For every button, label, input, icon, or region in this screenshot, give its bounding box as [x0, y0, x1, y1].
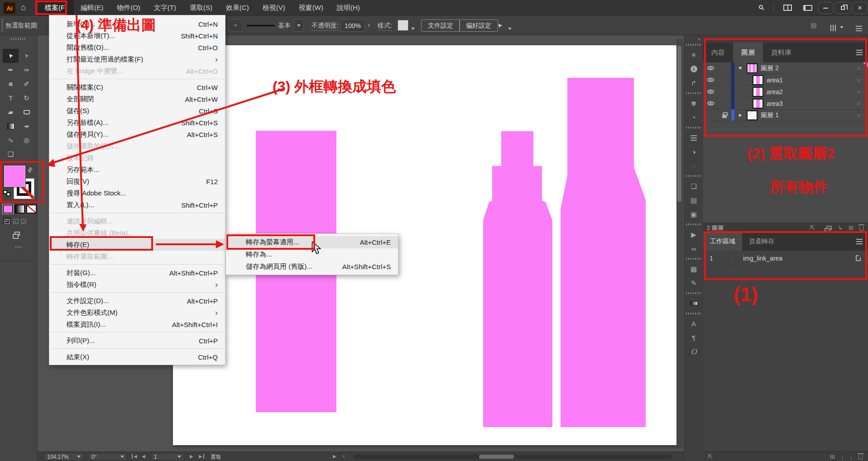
- layer-name[interactable]: area3: [767, 100, 783, 107]
- expand-panels-icon[interactable]: «: [698, 36, 700, 42]
- eyedropper-tool[interactable]: ✒: [19, 119, 34, 133]
- pen-tool[interactable]: ✒: [3, 63, 19, 77]
- menu-item-save-as-template[interactable]: 另存範本...: [49, 164, 225, 176]
- stroke-weight-dropdown[interactable]: [229, 19, 242, 32]
- draw-behind-icon[interactable]: ◱: [13, 217, 19, 224]
- lock-toggle[interactable]: [718, 109, 731, 121]
- menubar-item-select[interactable]: 選取(S): [183, 0, 219, 16]
- grid-view-icon[interactable]: ▦: [810, 21, 817, 29]
- horizontal-scrollbar[interactable]: [355, 454, 671, 459]
- stroke-profile-widget[interactable]: 基本: [247, 19, 304, 32]
- opacity-expander-icon[interactable]: ›: [368, 21, 370, 29]
- layer-row[interactable]: area2○: [703, 86, 868, 98]
- menu-item-scripts[interactable]: 指令檔(R)›: [49, 279, 225, 290]
- tab-layers[interactable]: 圖層: [733, 43, 763, 62]
- next-artboard-icon[interactable]: ▶: [190, 454, 193, 459]
- menu-item-close-all[interactable]: 全部關閉Alt+Ctrl+W: [49, 93, 225, 105]
- character-panel-button[interactable]: A: [684, 317, 703, 331]
- pink-bottle-shape-small[interactable]: [483, 131, 552, 427]
- pathfinder-panel-button[interactable]: ▣: [684, 207, 703, 221]
- info-panel-button[interactable]: i: [684, 62, 703, 76]
- tab-properties[interactable]: 內容: [703, 43, 733, 62]
- target-circle-icon[interactable]: ○: [849, 100, 868, 107]
- menu-item-save-as[interactable]: 另存新檔(A)...Shift+Ctrl+S: [49, 117, 225, 128]
- menu-item-close[interactable]: 關閉檔案(C)Ctrl+W: [49, 81, 225, 93]
- arrange-documents-icon[interactable]: [830, 22, 844, 30]
- horizontal-scrollbar-thumb[interactable]: [479, 455, 514, 459]
- paragraph-panel-button[interactable]: ¶: [684, 331, 703, 345]
- rotation-field[interactable]: 0°: [88, 453, 127, 461]
- lock-toggle[interactable]: [718, 86, 731, 97]
- paintbrush-tool[interactable]: ✐: [19, 77, 34, 91]
- menu-item-print[interactable]: 列印(P)...Ctrl+P: [49, 335, 225, 347]
- actions-panel-button[interactable]: ▶: [684, 228, 703, 242]
- swap-fill-stroke-icon[interactable]: ⇄: [25, 165, 34, 174]
- visibility-toggle[interactable]: [703, 109, 718, 121]
- swatches-panel-button[interactable]: ▦: [684, 262, 703, 276]
- collect-for-export-button[interactable]: ⇱: [810, 224, 815, 231]
- menu-item-save-for-web-legacy[interactable]: 儲存為網頁用 (舊版)...Alt+Shift+Ctrl+S: [226, 261, 398, 273]
- move-down-button[interactable]: ↓: [850, 453, 853, 460]
- menu-item-new[interactable]: 新增(N)...Ctrl+N: [49, 18, 225, 30]
- panel-menu-icon[interactable]: [856, 52, 863, 53]
- menu-item-document-setup[interactable]: 文件設定(D)...Alt+Ctrl+P: [49, 295, 225, 307]
- new-sublayer-button[interactable]: ↳: [838, 224, 843, 231]
- width-tool[interactable]: ∿: [3, 133, 19, 147]
- tool-options-dropdown-icon[interactable]: [508, 24, 512, 32]
- restore-button[interactable]: [835, 2, 850, 14]
- type-tool[interactable]: T: [3, 91, 19, 105]
- lock-toggle[interactable]: [718, 62, 731, 74]
- menubar-item-window[interactable]: 視窗(W): [292, 0, 330, 16]
- tab-asset-export[interactable]: 資產轉存: [742, 233, 781, 251]
- toolbar-grip[interactable]: [11, 38, 26, 40]
- minimize-button[interactable]: [818, 2, 833, 14]
- menu-item-save-a-copy[interactable]: 儲存拷貝(Y)...Alt+Ctrl+S: [49, 128, 225, 140]
- menu-item-new-from-template[interactable]: 從範本新增(T)...Shift+Ctrl+N: [49, 30, 225, 42]
- menu-item-exit[interactable]: 結束(X)Ctrl+Q: [49, 351, 225, 363]
- collapse-icon[interactable]: ‹: [343, 452, 345, 459]
- delete-artboard-button[interactable]: [858, 454, 863, 460]
- menu-item-open[interactable]: 開啟舊檔(O)...Ctrl+O: [49, 42, 225, 53]
- rectangle-tool[interactable]: ■: [3, 77, 19, 91]
- layer-row[interactable]: 圖層 1○: [703, 109, 868, 121]
- menu-item-export[interactable]: 轉存(E)›: [49, 239, 225, 251]
- direct-selection-tool[interactable]: ➤: [19, 49, 34, 63]
- target-circle-icon[interactable]: ○: [849, 77, 868, 83]
- visibility-toggle[interactable]: [703, 62, 718, 74]
- gradient-swatch-tool[interactable]: [3, 119, 19, 133]
- workspace-switcher-icon[interactable]: [783, 5, 792, 11]
- layer-thumbnail[interactable]: [753, 99, 763, 109]
- artboard-page-icon[interactable]: [856, 255, 861, 261]
- screen-mode-icon[interactable]: [14, 232, 20, 236]
- layer-row[interactable]: 圖層 2○: [703, 62, 868, 74]
- delete-layer-button[interactable]: [859, 225, 863, 231]
- visibility-toggle[interactable]: [703, 98, 718, 109]
- style-label[interactable]: 樣式:: [378, 22, 392, 31]
- menu-item-open-recent[interactable]: 打開最近使用過的檔案(F)›: [49, 53, 225, 65]
- selection-tool[interactable]: ➤: [3, 49, 19, 63]
- gradient-button[interactable]: [14, 204, 25, 214]
- close-button[interactable]: ✕: [852, 2, 868, 14]
- expander-right-icon[interactable]: [737, 114, 743, 117]
- menu-item-package[interactable]: 封裝(G)...Alt+Shift+Ctrl+P: [49, 267, 225, 279]
- menubar-item-edit[interactable]: 編輯(E): [74, 0, 110, 16]
- document-layout-icon[interactable]: [803, 5, 812, 11]
- opentype-panel-button[interactable]: O: [684, 345, 703, 359]
- edit-toolbar-icon[interactable]: ⋯: [0, 242, 38, 251]
- style-dropdown-icon[interactable]: [411, 24, 415, 32]
- previous-artboard-icon[interactable]: ◀: [142, 454, 145, 459]
- expand-button[interactable]: ⇱: [708, 453, 713, 460]
- menubar-item-type[interactable]: 文字(T): [147, 0, 183, 16]
- layer-thumbnail[interactable]: [753, 87, 763, 97]
- style-swatch[interactable]: [398, 20, 408, 31]
- artboards-panel-button[interactable]: ❏: [684, 179, 703, 193]
- control-bar-grip[interactable]: [1, 19, 3, 32]
- layer-name[interactable]: area1: [767, 76, 783, 84]
- preferences-button[interactable]: 偏好設定: [459, 19, 498, 32]
- menubar-item-object[interactable]: 物件(O): [110, 0, 147, 16]
- make-clipping-mask-button[interactable]: [826, 226, 832, 230]
- zoom-level-field[interactable]: 104.17%: [44, 453, 84, 461]
- menu-item-save[interactable]: 儲存(S)Ctrl+S: [49, 105, 225, 117]
- zoom-tool[interactable]: [19, 147, 34, 161]
- visibility-toggle[interactable]: [703, 74, 718, 86]
